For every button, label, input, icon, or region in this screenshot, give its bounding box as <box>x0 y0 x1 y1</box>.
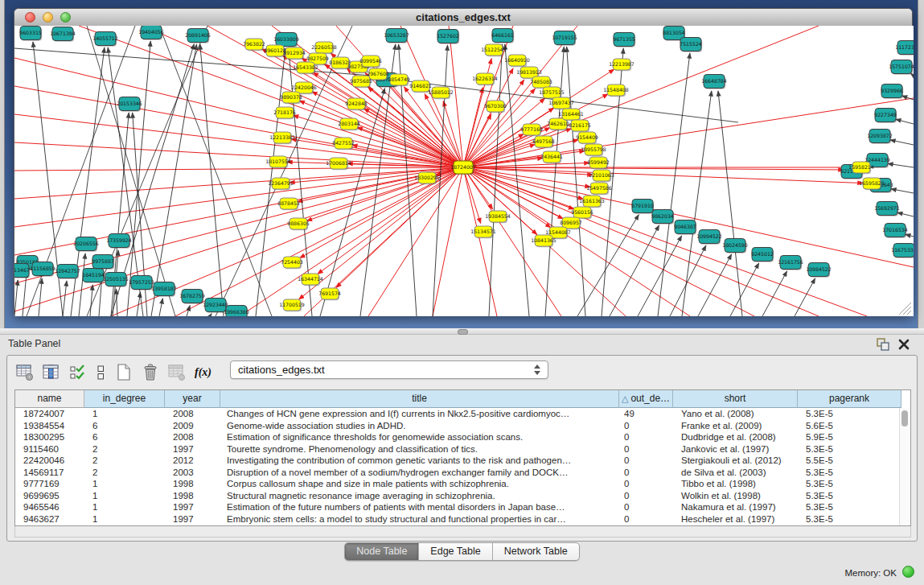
graph-node-yellow[interactable]: 8099546 <box>359 56 382 68</box>
column-header-pagerank[interactable]: pagerank <box>798 390 901 408</box>
graph-node-teal[interactable]: 9245012 <box>751 248 774 262</box>
table-row[interactable]: 2242004622012Investigating the contribut… <box>15 455 910 467</box>
graph-node-yellow[interactable]: 10697437 <box>548 97 574 109</box>
graph-node-teal[interactable]: 15692971 <box>874 202 900 216</box>
graph-node-teal[interactable]: 9671355 <box>613 33 635 47</box>
graph-node-teal[interactable]: 3913467 <box>14 264 30 278</box>
graph-node-yellow[interactable]: 22260538 <box>311 42 337 54</box>
close-panel-icon[interactable] <box>897 337 911 352</box>
graph-node-teal[interactable]: 20206556 <box>73 237 99 252</box>
tab-edge-table[interactable]: Edge Table <box>419 543 492 560</box>
table-row[interactable]: 911546021997Tourette syndrome. Phenomeno… <box>15 443 910 455</box>
graph-node-yellow[interactable]: 8599492 <box>587 157 610 169</box>
graph-node-yellow[interactable]: 12364791 <box>268 178 294 190</box>
scrollbar-thumb[interactable] <box>901 410 908 426</box>
graph-node-teal[interactable]: 13958187 <box>151 282 177 297</box>
graph-node-teal[interactable]: 9329966 <box>881 84 903 99</box>
column-header-title[interactable]: title <box>220 390 619 408</box>
merge-cells-icon[interactable] <box>93 362 108 383</box>
graph-node-yellow[interactable]: 2718176 <box>273 107 296 119</box>
network-view-window[interactable]: citations_edges.txt 96033151067139414055… <box>14 8 913 315</box>
vertical-scrollbar[interactable] <box>899 408 910 525</box>
graph-node-teal[interactable]: 9862034 <box>651 210 674 225</box>
graph-node-yellow[interactable]: 16595823 <box>859 178 885 190</box>
graph-node-teal[interactable]: 7515524 <box>680 38 702 52</box>
graph-node-yellow[interactable]: 9670300 <box>484 101 507 113</box>
table-row[interactable]: 977716911998Corpus callosum shape and si… <box>15 478 910 490</box>
column-header-year[interactable]: year <box>165 390 220 408</box>
graph-node-teal[interactable]: 17359924 <box>106 234 132 249</box>
graph-node-teal[interactable]: 9603315 <box>19 27 42 41</box>
graph-node-yellow[interactable]: 9875685 <box>350 76 372 88</box>
graph-node-teal[interactable]: 20891406 <box>185 29 211 43</box>
graph-node-yellow[interactable]: 2436441 <box>540 151 563 163</box>
table-row[interactable]: 1456911722003Disruption of a novel membe… <box>15 467 910 479</box>
window-titlebar[interactable]: citations_edges.txt <box>14 9 912 27</box>
graph-node-teal[interactable]: 10994522 <box>696 230 722 245</box>
graph-node-yellow[interactable]: 9242848 <box>345 98 368 110</box>
graph-node-yellow[interactable]: 16344714 <box>298 274 323 286</box>
tab-network-table[interactable]: Network Table <box>493 543 579 560</box>
graph-node-yellow[interactable]: 16640910 <box>504 55 530 67</box>
graph-node-yellow[interactable]: 8878453 <box>277 198 300 210</box>
graph-node-teal[interactable]: 10671394 <box>50 27 76 42</box>
graph-node-teal[interactable]: 12505135 <box>103 273 129 287</box>
graph-node-teal[interactable]: 6466161 <box>491 29 514 43</box>
graph-node-yellow[interactable]: 7963822 <box>243 39 265 51</box>
graph-node-yellow[interactable]: 19384554 <box>485 211 511 223</box>
graph-node-yellow[interactable]: 18955798 <box>581 144 606 156</box>
graph-node-yellow[interactable]: 9890378 <box>280 92 302 104</box>
graph-node-yellow[interactable]: 18107554 <box>265 156 291 168</box>
graph-node-teal[interactable]: 14055712 <box>92 32 118 47</box>
graph-node-yellow[interactable]: 22101063 <box>589 170 614 182</box>
horizontal-scrollbar[interactable] <box>14 526 911 538</box>
table-row[interactable]: 946362711997Embryonic stem cells: a mode… <box>15 513 910 525</box>
graph-node-teal[interactable]: 16782759 <box>179 290 205 304</box>
graph-node-teal[interactable]: 9975887 <box>92 255 114 270</box>
graph-node-yellow[interactable]: 7254403 <box>281 257 303 269</box>
graph-node-teal[interactable]: 17016534 <box>882 224 908 238</box>
function-builder-icon[interactable]: f(x) <box>192 362 214 383</box>
table-row[interactable]: 946554611997Estimation of the future num… <box>15 501 910 513</box>
select-rows-icon[interactable] <box>67 362 88 383</box>
graph-node-teal[interactable]: 10719155 <box>552 31 577 46</box>
graph-node-teal[interactable]: 8791910 <box>631 200 654 214</box>
graph-node-yellow[interactable]: 8854749 <box>388 74 410 86</box>
graph-node-yellow[interactable]: 9154409 <box>576 132 598 144</box>
graph-node-teal[interactable]: 10984522 <box>806 263 832 278</box>
graph-node-teal[interactable]: 1527602 <box>437 30 459 44</box>
graph-node-yellow[interactable]: 10841365 <box>531 235 556 247</box>
graph-node-teal[interactable]: 9227349 <box>874 109 897 123</box>
graph-node-teal[interactable]: 12161756 <box>778 256 803 270</box>
graph-node-yellow[interactable]: 2803144 <box>338 118 360 130</box>
memory-status-icon[interactable] <box>902 566 914 578</box>
graph-node-teal[interactable]: 1645194 <box>82 269 105 283</box>
table-selector-dropdown[interactable]: citations_edges.txt <box>230 360 548 379</box>
column-header-short[interactable]: short <box>673 390 798 408</box>
graph-node-teal[interactable]: 17957253 <box>129 276 154 290</box>
graph-node-teal[interactable]: 16648784 <box>701 75 727 89</box>
column-header-out_de[interactable]: △out_de… <box>619 390 673 408</box>
graph-node-teal[interactable]: 12942757 <box>55 265 80 279</box>
table-row[interactable]: 969969511998Structural magnetic resonanc… <box>15 490 910 502</box>
graph-node-teal[interactable]: 15751074 <box>889 60 914 75</box>
graph-node-yellow[interactable]: 9886305 <box>287 218 310 230</box>
graph-node-yellow[interactable]: 6497568 <box>532 136 555 148</box>
graph-node-teal[interactable]: 12093872 <box>867 130 893 144</box>
graph-node-yellow[interactable]: 8427552 <box>332 138 355 150</box>
delete-table-icon[interactable] <box>139 362 161 383</box>
create-new-table-icon[interactable] <box>113 362 134 383</box>
graph-node-yellow[interactable]: 16543382 <box>293 62 318 74</box>
graph-node-teal[interactable]: 19966380 <box>224 306 249 317</box>
graph-node-yellow[interactable]: 16161363 <box>579 196 605 208</box>
table-row[interactable]: 1872400712008Changes of HCN gene express… <box>15 408 910 420</box>
graph-node-teal[interactable]: 18024590 <box>722 239 748 253</box>
citation-network-graph[interactable]: 9603315106713941405571219404056208914061… <box>14 26 914 316</box>
graph-node-teal[interactable]: 10653287 <box>384 29 409 43</box>
node-table[interactable]: namein_degreeyeartitle△out_de…shortpager… <box>14 389 911 526</box>
table-mode-settings-icon[interactable] <box>14 362 35 383</box>
graph-node-yellow[interactable]: 12213383 <box>269 132 295 144</box>
graph-node-yellow[interactable]: 9777169 <box>520 124 543 136</box>
graph-hub-node[interactable]: 18724007 <box>450 161 476 175</box>
graph-node-teal[interactable]: 11172377 <box>895 41 914 56</box>
